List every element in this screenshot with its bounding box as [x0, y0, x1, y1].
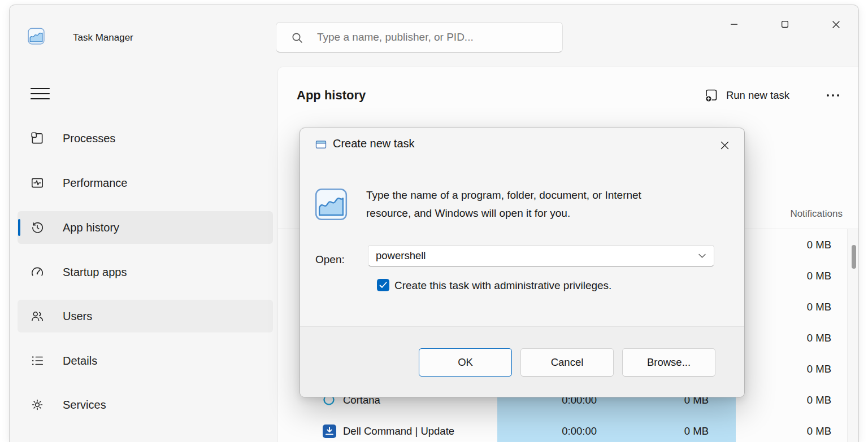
dialog-description: Type the name of a program, folder, docu… [366, 186, 674, 222]
search-input[interactable] [276, 23, 562, 52]
sidebar-item-users[interactable]: Users [18, 300, 273, 332]
run-dialog-icon [315, 138, 327, 151]
details-icon [30, 353, 45, 368]
ok-button[interactable]: OK [419, 348, 512, 377]
close-button[interactable] [823, 15, 849, 34]
search-box [276, 22, 563, 52]
table-row-dell-command-update[interactable]: Dell Command | Update 0:00:00 0 MB 0 MB [278, 415, 847, 442]
minimize-icon [731, 24, 737, 25]
maximize-button[interactable] [772, 15, 798, 34]
admin-privileges-checkbox[interactable] [377, 279, 389, 291]
task-manager-window: Task Manager Processes [9, 5, 859, 442]
window-title: Task Manager [73, 32, 133, 43]
create-new-task-dialog: Create new task Type the name of a progr… [300, 128, 745, 397]
sidebar-item-processes[interactable]: Processes [18, 122, 273, 155]
run-new-task-button[interactable]: Run new task [703, 85, 791, 106]
sidebar-item-services[interactable]: Services [18, 388, 273, 421]
more-options-button[interactable] [823, 88, 843, 103]
run-new-task-icon [704, 88, 719, 103]
cell-notifications: 0 MB [807, 384, 831, 415]
cancel-button[interactable]: Cancel [520, 348, 614, 377]
navigation-menu-button[interactable] [29, 86, 51, 102]
open-input[interactable] [368, 246, 691, 266]
column-header-notifications[interactable]: Notifications [790, 208, 843, 220]
task-manager-logo-icon [28, 28, 45, 45]
sidebar-item-label: Details [63, 355, 97, 367]
admin-privileges-label[interactable]: Create this task with administrative pri… [394, 279, 611, 292]
dell-command-update-icon [322, 424, 337, 439]
sidebar-item-label: App history [63, 221, 119, 234]
performance-icon [30, 176, 45, 190]
open-combobox [368, 245, 714, 266]
sidebar-item-startup-apps[interactable]: Startup apps [18, 256, 273, 288]
sidebar-item-label: Startup apps [63, 266, 127, 279]
cell-notifications: 0 MB [807, 260, 831, 291]
cell-notifications: 0 MB [807, 415, 831, 442]
cell-notifications: 0 MB [807, 353, 831, 384]
cell-notifications: 0 MB [807, 229, 831, 260]
sidebar-item-label: Services [63, 399, 106, 412]
sidebar-item-performance[interactable]: Performance [18, 167, 273, 199]
processes-icon [30, 131, 45, 146]
maximize-icon [782, 21, 788, 28]
sidebar-item-label: Performance [63, 177, 128, 190]
startup-apps-icon [30, 265, 45, 279]
services-icon [30, 397, 45, 412]
cell-network: 0 MB [684, 415, 709, 442]
browse-button[interactable]: Browse... [622, 348, 715, 377]
scrollbar-thumb[interactable] [852, 245, 856, 269]
checkmark-icon [379, 282, 387, 288]
sidebar-item-details[interactable]: Details [18, 344, 273, 377]
minimize-button[interactable] [721, 15, 747, 34]
vertical-scrollbar[interactable] [847, 229, 859, 442]
sidebar-item-label: Users [63, 310, 92, 323]
close-icon [721, 141, 729, 150]
cell-notifications: 0 MB [807, 291, 831, 322]
app-history-icon [30, 220, 45, 235]
dialog-footer: OK Cancel Browse... [300, 326, 744, 397]
dialog-title: Create new task [333, 137, 415, 150]
task-manager-logo-icon [315, 188, 348, 221]
selected-accent-bar [18, 219, 20, 236]
cell-cpu-time: 0:00:00 [562, 415, 597, 442]
run-new-task-label: Run new task [726, 89, 789, 102]
page-title: App history [297, 88, 366, 103]
dialog-close-button[interactable] [716, 137, 733, 154]
ellipsis-icon [826, 88, 840, 103]
screenshot-root: Task Manager Processes [0, 0, 868, 442]
cell-notifications: 0 MB [807, 322, 831, 353]
cell-app-name: Dell Command | Update [343, 415, 454, 442]
hamburger-icon [31, 87, 50, 100]
sidebar-item-label: Processes [63, 132, 115, 145]
chevron-down-icon[interactable] [698, 253, 706, 259]
open-label: Open: [315, 253, 345, 266]
close-icon [832, 21, 840, 28]
users-icon [30, 309, 45, 323]
sidebar-item-app-history[interactable]: App history [18, 211, 273, 244]
